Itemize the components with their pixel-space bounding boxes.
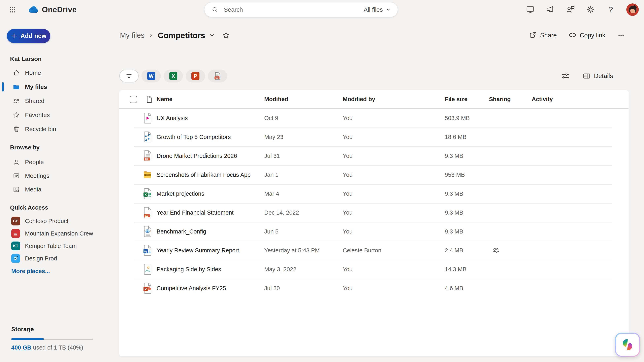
folder-icon: [13, 83, 20, 90]
word-icon: W: [147, 72, 155, 80]
browse-by-title: Browse by: [10, 144, 113, 151]
owner-name: Kat Larson: [10, 55, 113, 62]
home-icon: [13, 69, 20, 76]
top-bar: OneDrive Search All files ?: [0, 0, 644, 19]
more-places-link[interactable]: More places...: [11, 268, 50, 275]
folder-menu-chevron-icon[interactable]: [209, 32, 215, 38]
help-icon[interactable]: ?: [606, 5, 616, 14]
file-modified: May 3, 2022: [264, 266, 343, 273]
sort-options-icon[interactable]: [561, 72, 570, 80]
breadcrumb-parent[interactable]: My files: [120, 31, 144, 40]
quick-access-item-contoso-product[interactable]: CP Contoso Product: [0, 215, 113, 227]
more-actions-button[interactable]: [617, 31, 625, 39]
copy-link-button[interactable]: Copy link: [568, 31, 606, 39]
search-input[interactable]: Search All files: [204, 2, 398, 17]
file-modified-by: You: [343, 190, 445, 197]
powerpoint-icon: P: [192, 72, 200, 80]
filter-lines-icon: [125, 72, 133, 80]
table-row[interactable]: Screenshots of Fabrikam Focus App Jan 1 …: [119, 165, 629, 184]
svg-text:X: X: [144, 193, 147, 196]
sidebar-item-shared[interactable]: Shared: [0, 94, 113, 108]
search-scope-dropdown[interactable]: All files: [364, 6, 391, 13]
storage-used-link[interactable]: 400 GB: [11, 344, 32, 351]
column-header-file-size[interactable]: File size: [445, 96, 489, 103]
selected-indicator: [2, 82, 4, 91]
table-row[interactable]: UX Analysis Oct 9 You 503.9 MB: [119, 109, 629, 127]
quick-access-item-kemper-table-team[interactable]: KT Kemper Table Team: [0, 240, 113, 252]
table-row[interactable]: Drone Market Predictions 2026 Jul 31 You…: [119, 146, 629, 165]
file-modified: Mar 4: [264, 190, 343, 197]
onedrive-brand[interactable]: OneDrive: [26, 5, 77, 14]
trash-icon: [13, 126, 20, 132]
image-file-icon: [143, 264, 152, 275]
calendar-icon: [13, 172, 20, 179]
sidebar-item-recycle-bin[interactable]: Recycle bin: [0, 122, 113, 136]
file-name: Market projections: [156, 190, 264, 197]
site-badge: KT: [11, 242, 20, 250]
onedrive-cloud-icon: [26, 6, 38, 13]
quick-access-item-design-prod[interactable]: Design Prod: [0, 252, 113, 265]
file-modified: Dec 14, 2022: [264, 209, 343, 216]
file-modified: May 23: [264, 134, 343, 140]
user-avatar[interactable]: [626, 3, 639, 16]
file-name: Benchmark_Config: [156, 228, 264, 235]
sidebar-item-my-files[interactable]: My files: [0, 80, 113, 94]
table-row[interactable]: P Competitive Analysis FY25 Jul 30 You 4…: [119, 279, 629, 298]
column-header-modified[interactable]: Modified: [264, 96, 343, 103]
quick-access-label: Mountain Expansion Crew: [25, 230, 93, 237]
table-row[interactable]: Packaging Side by Sides May 3, 2022 You …: [119, 260, 629, 279]
file-modified: Yesterday at 5:43 PM: [264, 247, 343, 254]
filter-powerpoint-button[interactable]: P: [186, 70, 205, 82]
table-row[interactable]: Benchmark_Config Jun 5 You 9.3 MB: [119, 222, 629, 241]
share-button[interactable]: Share: [529, 31, 557, 39]
sharing-people-icon[interactable]: [492, 246, 532, 254]
search-scope-value: All files: [364, 6, 383, 13]
copilot-button[interactable]: [615, 333, 640, 357]
flower-badge-icon: [11, 254, 20, 263]
settings-gear-icon[interactable]: [586, 5, 595, 14]
sidebar-item-label: My files: [25, 83, 47, 90]
filter-pdf-button[interactable]: [208, 70, 227, 82]
file-name: UX Analysis: [156, 115, 264, 121]
image-icon: [13, 186, 20, 193]
table-row[interactable]: Year End Financial Statement Dec 14, 202…: [119, 203, 629, 222]
filter-excel-button[interactable]: X: [164, 70, 183, 82]
file-type-column-icon[interactable]: [146, 95, 152, 103]
app-launcher-button[interactable]: [6, 3, 19, 16]
powerpoint-file-icon: P: [143, 283, 152, 294]
table-row[interactable]: Growth of Top 5 Competitors May 23 You 1…: [119, 127, 629, 146]
filter-word-button[interactable]: W: [142, 70, 161, 82]
file-modified-by: Celeste Burton: [343, 247, 445, 254]
pdf-icon: [214, 72, 222, 80]
megaphone-icon[interactable]: [546, 5, 555, 14]
column-header-sharing[interactable]: Sharing: [489, 96, 532, 103]
filter-button[interactable]: [119, 70, 139, 82]
table-row[interactable]: X Market projections Mar 4 You 9.3 MB: [119, 184, 629, 203]
details-button[interactable]: Details: [582, 72, 613, 80]
sidebar-item-meetings[interactable]: Meetings: [0, 169, 113, 183]
file-size: 14.3 MB: [445, 266, 489, 273]
person-feedback-icon[interactable]: [566, 5, 575, 14]
add-new-button[interactable]: Add new: [7, 29, 50, 43]
column-header-name[interactable]: Name: [156, 96, 264, 103]
sidebar-item-home[interactable]: Home: [0, 66, 113, 80]
file-size: 9.3 MB: [445, 228, 489, 235]
sidebar-item-media[interactable]: Media: [0, 183, 113, 196]
favorite-star-icon[interactable]: [222, 31, 230, 39]
files-panel: Name Modified Modified by File size Shar…: [119, 90, 629, 356]
file-modified-by: You: [343, 134, 445, 140]
breadcrumb-current[interactable]: Competitors: [158, 31, 205, 40]
excel-icon: X: [169, 72, 177, 80]
sidebar-item-people[interactable]: People: [0, 155, 113, 169]
quick-access-list: CP Contoso Product Mountain Expansion Cr…: [0, 215, 113, 265]
sidebar-item-favorites[interactable]: Favorites: [0, 108, 113, 122]
table-row[interactable]: W Yearly Review Summary Report Yesterday…: [119, 241, 629, 260]
copilot-logo-icon: [616, 334, 639, 356]
column-header-modified-by[interactable]: Modified by: [343, 96, 445, 103]
column-header-activity[interactable]: Activity: [532, 96, 629, 103]
select-all-checkbox[interactable]: [130, 96, 137, 103]
device-monitor-icon[interactable]: [526, 5, 535, 14]
quick-access-item-mountain-expansion-crew[interactable]: Mountain Expansion Crew: [0, 227, 113, 240]
storage-title: Storage: [11, 326, 92, 333]
mountain-badge-icon: [11, 229, 20, 238]
